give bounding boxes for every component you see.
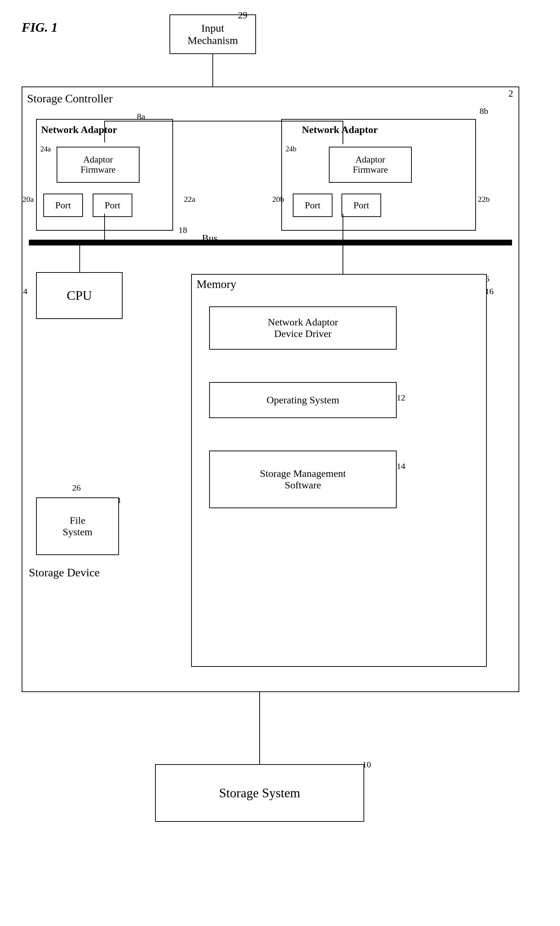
- line-top-to-na-b-v: [342, 121, 343, 144]
- nadd-box: Network AdaptorDevice Driver: [209, 306, 397, 350]
- bus-bar: [29, 240, 512, 245]
- port-b2: Port: [342, 194, 381, 217]
- line-top-horizontal: [104, 121, 213, 121]
- figure-label: FIG. 1: [22, 20, 58, 35]
- ref-14: 14: [397, 461, 405, 471]
- ref-2: 2: [509, 88, 513, 99]
- sms-box: Storage ManagementSoftware: [209, 451, 397, 508]
- adaptor-firmware-b-box: AdaptorFirmware: [329, 147, 412, 183]
- ref-24a: 24a: [40, 145, 51, 153]
- ref-20a: 20a: [22, 195, 34, 204]
- storage-system-box: Storage System: [155, 764, 364, 822]
- ref-8b: 8b: [480, 106, 488, 116]
- ref-26: 26: [72, 483, 81, 493]
- line-porta-to-bus: [104, 214, 105, 241]
- sms-label: Storage ManagementSoftware: [260, 468, 346, 491]
- nadd-label: Network AdaptorDevice Driver: [268, 316, 338, 339]
- port-a1: Port: [43, 194, 83, 217]
- file-system-box: FileSystem: [36, 498, 119, 555]
- ref-20b: 20b: [272, 195, 284, 204]
- ref-12: 12: [397, 393, 405, 402]
- adaptor-firmware-a-label: AdaptorFirmware: [80, 154, 115, 175]
- os-box: Operating System: [209, 382, 397, 418]
- cpu-box: CPU: [36, 272, 123, 319]
- ref-18: 18: [179, 225, 187, 235]
- page: FIG. 1 InputMechanism 29 Storage Control…: [0, 0, 560, 926]
- storage-device-label: Storage Device: [29, 566, 100, 579]
- cpu-label: CPU: [67, 288, 92, 303]
- port-a2: Port: [93, 194, 132, 217]
- storage-system-label: Storage System: [219, 785, 300, 800]
- ref-24b: 24b: [286, 145, 297, 153]
- memory-label: Memory: [197, 278, 236, 291]
- line-cpu-up: [79, 245, 80, 272]
- adaptor-firmware-b-label: AdaptorFirmware: [353, 154, 387, 175]
- line-from-top-to-na-a: [104, 121, 105, 142]
- line-bus-to-memory: [342, 245, 343, 276]
- storage-controller-label: Storage Controller: [27, 92, 112, 105]
- network-adaptor-b-box: Network Adaptor AdaptorFirmware 24b Port…: [281, 119, 476, 231]
- line-top-h-right: [212, 121, 342, 121]
- ref-29: 29: [238, 10, 247, 21]
- os-label: Operating System: [266, 394, 339, 406]
- input-mechanism-label: InputMechanism: [188, 22, 238, 47]
- ref-4: 4: [23, 287, 27, 296]
- line-sc-to-ss: [259, 691, 260, 764]
- line-portb-to-bus: [342, 214, 343, 241]
- network-adaptor-b-label: Network Adaptor: [302, 124, 378, 136]
- file-system-label: FileSystem: [63, 515, 92, 538]
- network-adaptor-a-label: Network Adaptor: [41, 124, 117, 136]
- port-b1: Port: [293, 194, 333, 217]
- adaptor-firmware-a-box: AdaptorFirmware: [57, 147, 139, 183]
- ref-22a: 22a: [184, 195, 195, 204]
- ref-22b: 22b: [478, 195, 490, 204]
